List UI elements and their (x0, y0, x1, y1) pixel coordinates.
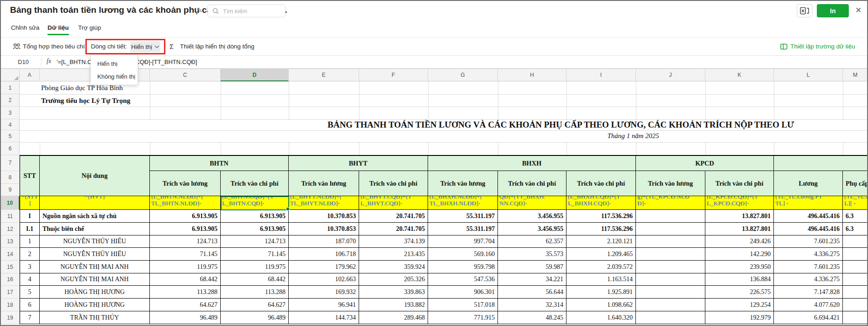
cell-H14[interactable]: 35.573 (498, 248, 566, 261)
cell-J11[interactable] (636, 210, 705, 223)
header-group-BHTN[interactable]: BHTN (150, 155, 289, 171)
select-all-corner[interactable] (1, 69, 20, 81)
cell-C14[interactable]: 71.145 (150, 248, 221, 261)
cell-F13[interactable]: 374.139 (359, 235, 428, 248)
cell-J19[interactable] (636, 311, 705, 324)
cell-K14[interactable]: 142.290 (705, 248, 774, 261)
cell-E19[interactable]: 144.734 (289, 311, 359, 324)
cell-M10[interactable]: [TL_TL.PCL][ - (843, 196, 868, 210)
cell-A17[interactable]: 5 (20, 286, 40, 299)
search-input[interactable] (222, 7, 275, 15)
cell-M17[interactable] (843, 286, 868, 299)
header-sub-I[interactable]: Trích vào chi phí (566, 171, 636, 196)
cell-L11[interactable]: 496.445.416 (774, 210, 843, 223)
cell-L12[interactable]: 496.445.416 (774, 223, 843, 235)
cell-B15[interactable]: NGUYỄN THỊ MAI ANH (40, 261, 150, 273)
column-header-C[interactable]: C (150, 69, 221, 81)
cell-J13[interactable] (636, 235, 705, 248)
row-header-6[interactable]: 6 (1, 142, 20, 155)
column-header-F[interactable]: F (359, 69, 428, 81)
cell-H16[interactable]: 34.221 (498, 273, 566, 286)
cell-E15[interactable]: 179.962 (289, 261, 359, 273)
cell-L13[interactable]: 7.601.235 (774, 235, 843, 248)
cell-F17[interactable]: 339.863 (359, 286, 428, 299)
cell-G13[interactable]: 997.704 (428, 235, 498, 248)
cell-K12[interactable]: 13.827.801 (705, 223, 774, 235)
cell-A11[interactable]: I (20, 210, 40, 223)
cell-E18[interactable]: 96.941 (289, 299, 359, 311)
header-sub-G[interactable]: Trích vào lương (428, 171, 498, 196)
cell-D19[interactable]: 96.489 (221, 311, 289, 324)
row-header-1[interactable]: 1 (1, 81, 20, 94)
cell-B11[interactable]: Nguồn ngân sách xã tự chủ (40, 210, 150, 223)
cell-C13[interactable]: 124.713 (150, 235, 221, 248)
cell-E14[interactable]: 106.718 (289, 248, 359, 261)
cell-M19[interactable] (843, 311, 868, 324)
cell-A12[interactable]: I.1 (20, 223, 40, 235)
cell-D15[interactable]: 119.975 (221, 261, 289, 273)
cell-A16[interactable]: 4 (20, 273, 40, 286)
cell-G12[interactable]: 55.311.197 (428, 223, 498, 235)
cell-H17[interactable]: 56.644 (498, 286, 566, 299)
cell-J15[interactable] (636, 261, 705, 273)
header-sub-F[interactable]: Trích vào chi phí (359, 171, 428, 196)
org-line-2[interactable]: Trường tiểu học Lý Tự Trọng (41, 94, 233, 107)
cell-A15[interactable]: 3 (20, 261, 40, 273)
search-box[interactable] (207, 5, 286, 17)
header-group-BHXH[interactable]: BHXH (428, 155, 636, 171)
header-sub-E[interactable]: Trích vào lương (289, 171, 359, 196)
cell-G17[interactable]: 906.301 (428, 286, 498, 299)
cell-J16[interactable] (636, 273, 705, 286)
cell-E13[interactable]: 187.070 (289, 235, 359, 248)
cell-F11[interactable]: 20.741.705 (359, 210, 428, 223)
header-stt[interactable]: STT (20, 155, 40, 196)
cell-G16[interactable]: 547.536 (428, 273, 498, 286)
row-header-10[interactable]: 10 (1, 196, 20, 210)
cell-C18[interactable]: 64.627 (150, 299, 221, 311)
row-header-7[interactable]: 7 (1, 155, 20, 171)
summarize-by-criteria-button[interactable]: Tổng hợp theo tiêu chí (23, 37, 85, 55)
cell-I17[interactable]: 1.925.891 (566, 286, 636, 299)
row-header-16[interactable]: 16 (1, 273, 20, 286)
header-group-blank[interactable] (774, 155, 868, 171)
cell-H10[interactable]: QĐ]+[TT_BHXH.NN.CQĐ]- (498, 196, 566, 210)
row-header-11[interactable]: 11 (1, 210, 20, 223)
header-group-BHYT[interactable]: BHYT (289, 155, 428, 171)
cell-H11[interactable]: 3.456.955 (498, 210, 566, 223)
cell-M14[interactable] (843, 248, 868, 261)
cell-M12[interactable]: 6.3 (843, 223, 868, 235)
cell-I12[interactable]: 117.536.296 (566, 223, 636, 235)
print-button[interactable]: In (817, 4, 849, 17)
cell-H19[interactable]: 48.245 (498, 311, 566, 324)
cell-D12[interactable]: 6.913.905 (221, 223, 289, 235)
header-noi-dung[interactable]: Nội dung (40, 155, 150, 196)
header-sub-C[interactable]: Trích vào lương (150, 171, 221, 196)
row-header-8[interactable]: 8 (1, 171, 20, 184)
cell-C12[interactable]: 6.913.905 (150, 223, 221, 235)
sheet-subtitle[interactable]: Tháng 1 năm 2025 (587, 130, 679, 142)
cell-C11[interactable]: 6.913.905 (150, 210, 221, 223)
cell-A13[interactable]: 1 (20, 235, 40, 248)
total-row-display-button[interactable]: Thiết lập hiển thị dòng tổng (180, 37, 254, 55)
column-header-A[interactable]: A (20, 69, 40, 81)
cell-K11[interactable]: 13.827.801 (705, 210, 774, 223)
tab-du-lieu[interactable]: Dữ liệu (48, 24, 69, 35)
row-header-18[interactable]: 18 (1, 299, 20, 311)
cell-L18[interactable]: 4.077.620 (774, 299, 843, 311)
column-header-J[interactable]: J (636, 69, 705, 81)
cell-reference-box[interactable]: D10 (13, 59, 34, 65)
cell-B18[interactable]: HOÀNG THỊ HƯƠNG (40, 299, 150, 311)
cell-G14[interactable]: 569.160 (428, 248, 498, 261)
cell-J18[interactable] (636, 299, 705, 311)
cell-B12[interactable]: Thuộc biên chế (40, 223, 150, 235)
cell-G10[interactable]: [L_BHXH.NLĐĐ]+[TL_BHXH.NLĐĐ]- (428, 196, 498, 210)
row-header-2[interactable]: 2 (1, 94, 20, 107)
row-header-5[interactable]: 5 (1, 130, 20, 142)
row-header-14[interactable]: 14 (1, 248, 20, 261)
cell-L14[interactable]: 4.336.275 (774, 248, 843, 261)
cell-K17[interactable]: 226.575 (705, 286, 774, 299)
cell-C19[interactable]: 96.489 (150, 311, 221, 324)
row-header-15[interactable]: 15 (1, 261, 20, 273)
cell-B13[interactable]: NGUYỄN THÚY HIẾU (40, 235, 150, 248)
dropdown-option-hien-thi[interactable]: Hiển thị (91, 58, 138, 70)
